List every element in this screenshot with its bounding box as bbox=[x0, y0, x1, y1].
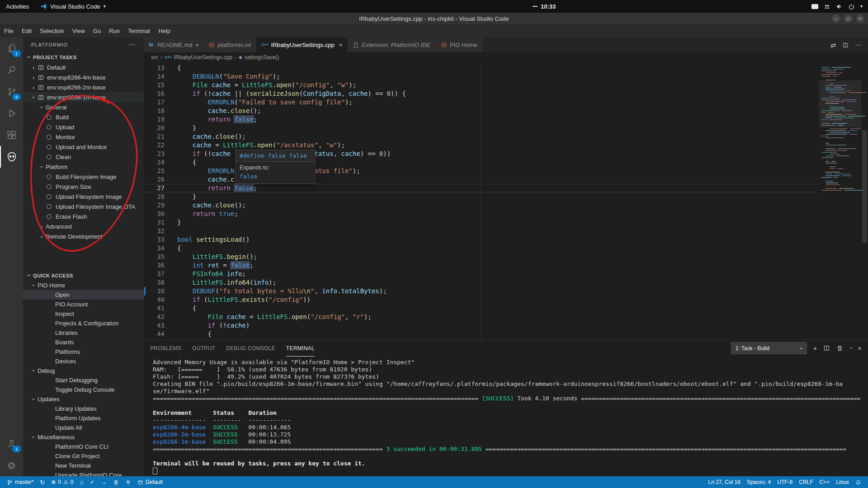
task-remote-development[interactable]: ›Remote Development bbox=[23, 231, 144, 241]
quick-libraries[interactable]: Libraries bbox=[23, 328, 144, 338]
activity-source-control[interactable]: 9 bbox=[0, 81, 23, 103]
status-pio-serial-monitor[interactable] bbox=[122, 476, 134, 488]
quick-boards[interactable]: Boards bbox=[23, 338, 144, 347]
quick-debug[interactable]: ›Debug bbox=[23, 366, 144, 375]
status-pio-clean[interactable] bbox=[110, 476, 122, 488]
code-line-32[interactable]: 32 bbox=[144, 227, 818, 235]
breadcrumb-item[interactable]: IRbabyUserSettings.cpp bbox=[174, 54, 232, 61]
quick-inspect[interactable]: Inspect bbox=[23, 309, 144, 319]
more-actions-icon[interactable]: ⋯ bbox=[128, 41, 136, 49]
quick-platformio-core-cli[interactable]: PlatformIO Core CLI bbox=[23, 442, 144, 451]
section-quick-access[interactable]: › QUICK ACCESS bbox=[23, 270, 144, 281]
close-panel-icon[interactable]: × bbox=[858, 345, 862, 352]
kill-terminal-icon[interactable] bbox=[836, 345, 843, 352]
task-advanced[interactable]: ›Advanced bbox=[23, 221, 144, 231]
code-line-43[interactable]: 43 if (!cache) bbox=[144, 321, 818, 330]
volume-icon[interactable] bbox=[836, 3, 843, 10]
code-line-36[interactable]: 36 int ret = false; bbox=[144, 261, 818, 270]
status-notifications[interactable] bbox=[852, 476, 864, 488]
quick-devices[interactable]: Devices bbox=[23, 357, 144, 366]
quick-toggle-debug-console[interactable]: Toggle Debug Console bbox=[23, 385, 144, 394]
breadcrumb-item[interactable]: src bbox=[151, 54, 158, 61]
activities-button[interactable]: Activities bbox=[0, 0, 35, 13]
code-editor[interactable]: 13{14 DEBUGLN("Save Config");15 File cac… bbox=[144, 62, 868, 340]
tab-readme-md[interactable]: M↓README.md● bbox=[144, 38, 203, 52]
menu-selection[interactable]: Selection bbox=[36, 24, 68, 38]
menu-view[interactable]: View bbox=[68, 24, 89, 38]
panel-tab-terminal[interactable]: TERMINAL bbox=[286, 340, 315, 357]
status-problems[interactable]: ⊗0⚠0 bbox=[48, 476, 76, 488]
activity-explorer[interactable]: 1 bbox=[0, 38, 23, 59]
menu-go[interactable]: Go bbox=[89, 24, 105, 38]
code-line-35[interactable]: 35 LittleFS.begin(); bbox=[144, 253, 818, 261]
status-os-indicator[interactable]: Linux bbox=[833, 476, 852, 488]
code-line-13[interactable]: 13{ bbox=[144, 64, 818, 72]
code-line-29[interactable]: 29 cache.close(); bbox=[144, 201, 818, 210]
keyboard-indicator-icon[interactable] bbox=[811, 4, 818, 9]
task-upload-and-monitor[interactable]: Upload and Monitor bbox=[23, 142, 144, 152]
status-pio-env[interactable]: Default bbox=[134, 476, 166, 488]
code-line-31[interactable]: 31} bbox=[144, 218, 818, 227]
quick-clone-git-project[interactable]: Clone Git Project bbox=[23, 451, 144, 461]
menu-file[interactable]: File bbox=[0, 24, 18, 38]
task-monitor[interactable]: Monitor bbox=[23, 132, 144, 142]
quick-platforms[interactable]: Platforms bbox=[23, 347, 144, 357]
window-controls[interactable]: –□× bbox=[828, 14, 864, 23]
status-pio-build[interactable]: ✓ bbox=[87, 476, 98, 488]
compare-changes-icon[interactable]: ⇄ bbox=[830, 42, 836, 48]
panel-tab-debug-console[interactable]: DEBUG CONSOLE bbox=[226, 340, 275, 357]
status-git-branch[interactable]: master* bbox=[4, 476, 37, 488]
power-icon[interactable] bbox=[848, 3, 855, 10]
quick-updates[interactable]: ›Updates bbox=[23, 394, 144, 404]
network-icon[interactable] bbox=[824, 3, 830, 10]
menu-run[interactable]: Run bbox=[105, 24, 124, 38]
code-line-41[interactable]: 41 { bbox=[144, 304, 818, 313]
panel-tab-problems[interactable]: PROBLEMS bbox=[150, 340, 181, 357]
task-build-filesystem-image[interactable]: Build Filesystem Image bbox=[23, 172, 144, 182]
quick-pio-home[interactable]: ›PIO Home bbox=[23, 281, 144, 290]
code-line-20[interactable]: 20 } bbox=[144, 124, 818, 132]
minimap[interactable] bbox=[819, 62, 861, 340]
code-line-15[interactable]: 15 File cache = LittleFS.open("/config",… bbox=[144, 81, 818, 89]
code-line-42[interactable]: 42 File cache = LittleFS.open("/config",… bbox=[144, 313, 818, 321]
code-line-27[interactable]: 27 return false; bbox=[144, 184, 818, 192]
code-line-21[interactable]: 21 cache.close(); bbox=[144, 132, 818, 141]
more-actions-icon[interactable]: ⋯ bbox=[855, 42, 862, 48]
status-cursor-position[interactable]: Ln 27, Col 16 bbox=[705, 476, 744, 488]
status-pio-home[interactable]: ⌂ bbox=[76, 476, 86, 488]
activity-platformio[interactable] bbox=[0, 146, 23, 168]
quick-library-updates[interactable]: Library Updates bbox=[23, 404, 144, 413]
breadcrumb-item[interactable]: settingsSave() bbox=[245, 54, 279, 61]
code-line-37[interactable]: 37 FSInfo64 info; bbox=[144, 270, 818, 278]
quick-start-debugging[interactable]: Start Debugging bbox=[23, 375, 144, 385]
activity-accounts[interactable]: 1 bbox=[0, 433, 23, 455]
status-sync[interactable]: ↻ bbox=[37, 476, 48, 488]
activity-extensions[interactable] bbox=[0, 124, 23, 146]
window-close-button[interactable]: × bbox=[856, 14, 864, 23]
tab-pio-home[interactable]: PIO Home bbox=[436, 38, 483, 52]
menu-edit[interactable]: Edit bbox=[18, 24, 36, 38]
clock[interactable]: 10:33 bbox=[533, 3, 556, 10]
close-icon[interactable]: × bbox=[339, 42, 343, 48]
task-build[interactable]: Build bbox=[23, 112, 144, 122]
task-upload-filesystem-image-ota[interactable]: Upload Filesystem Image OTA bbox=[23, 202, 144, 211]
tab-platformio-ini[interactable]: platformio.ini bbox=[203, 38, 256, 52]
task-upload[interactable]: Upload bbox=[23, 122, 144, 132]
code-line-28[interactable]: 28 } bbox=[144, 192, 818, 201]
status-pio-upload[interactable]: → bbox=[98, 476, 110, 488]
code-line-30[interactable]: 30 return true; bbox=[144, 210, 818, 218]
quick-update-all[interactable]: Update All bbox=[23, 423, 144, 432]
chevron-up-icon[interactable]: › bbox=[849, 345, 851, 351]
tab-irbabyusersettings-cpp[interactable]: C++IRbabyUserSettings.cpp× bbox=[256, 38, 348, 52]
status-eol[interactable]: CRLF bbox=[796, 476, 816, 488]
code-line-39[interactable]: 39 DEBUGF("fs total bytes = %llu\n", inf… bbox=[144, 287, 818, 296]
quick-open[interactable]: Open bbox=[23, 290, 144, 300]
task-env-esp8266-4m-base[interactable]: ›env:esp8266-4m-base bbox=[23, 72, 144, 82]
quick-pio-account[interactable]: PIO Account bbox=[23, 300, 144, 309]
code-line-18[interactable]: 18 cache.close(); bbox=[144, 107, 818, 115]
task-clean[interactable]: Clean bbox=[23, 152, 144, 162]
terminal-selector[interactable]: 1: Task - Build › bbox=[731, 342, 807, 354]
editor-scrollbar[interactable] bbox=[861, 62, 868, 340]
tray-chevron-icon[interactable]: ▾ bbox=[860, 4, 863, 9]
tab-extension-platformio-ide[interactable]: Extension: PlatformIO IDE bbox=[348, 38, 436, 52]
